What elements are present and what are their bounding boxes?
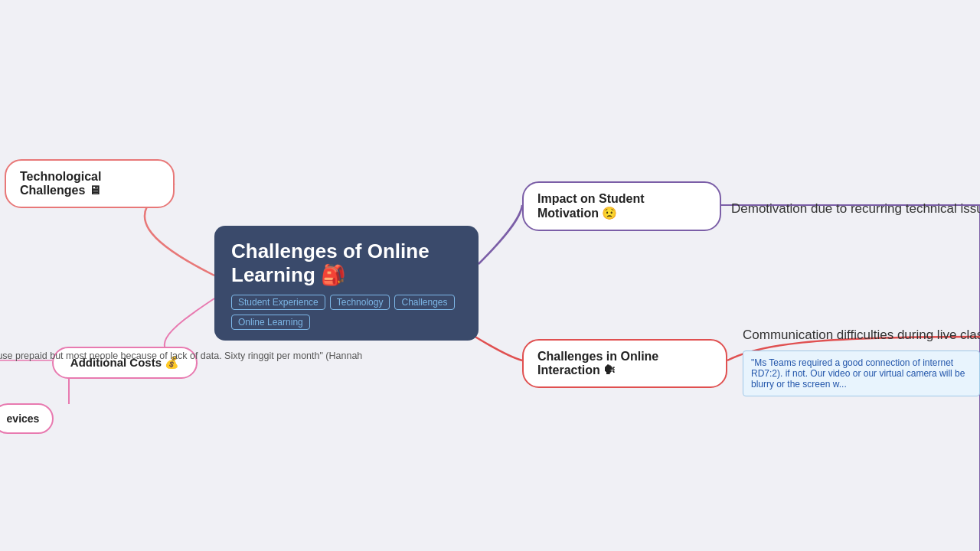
tech-challenges-node[interactable]: Technological Challenges 🖥 — [5, 159, 175, 208]
tag-technology[interactable]: Technology — [330, 295, 390, 310]
central-node[interactable]: Challenges of Online Learning 🎒 Student … — [214, 226, 479, 341]
devices-node[interactable]: evices — [0, 403, 54, 434]
devices-label: evices — [7, 412, 40, 425]
demotivation-text: Demotivation due to recurring technical … — [731, 201, 980, 217]
quote-online-box: "Ms Teams required a good connection of … — [743, 350, 980, 396]
central-tags: Student Experience Technology Challenges… — [231, 295, 462, 330]
motivation-node[interactable]: Impact on Student Motivation 😟 — [522, 181, 721, 231]
tech-challenges-label: Technological Challenges 🖥 — [20, 170, 159, 197]
communication-text: Communication difficulties during live c… — [743, 328, 980, 343]
tag-online-learning[interactable]: Online Learning — [231, 315, 310, 330]
tag-challenges[interactable]: Challenges — [394, 295, 454, 310]
quote-costs-text: "I use prepaid but most people because o… — [0, 350, 348, 361]
motivation-label: Impact on Student Motivation 😟 — [537, 192, 706, 220]
online-interaction-label: Challenges in Online Interaction 🗣 — [537, 350, 712, 377]
online-interaction-node[interactable]: Challenges in Online Interaction 🗣 — [522, 339, 727, 388]
tag-student-experience[interactable]: Student Experience — [231, 295, 325, 310]
connections-svg — [0, 0, 980, 551]
central-title: Challenges of Online Learning 🎒 — [231, 240, 462, 287]
